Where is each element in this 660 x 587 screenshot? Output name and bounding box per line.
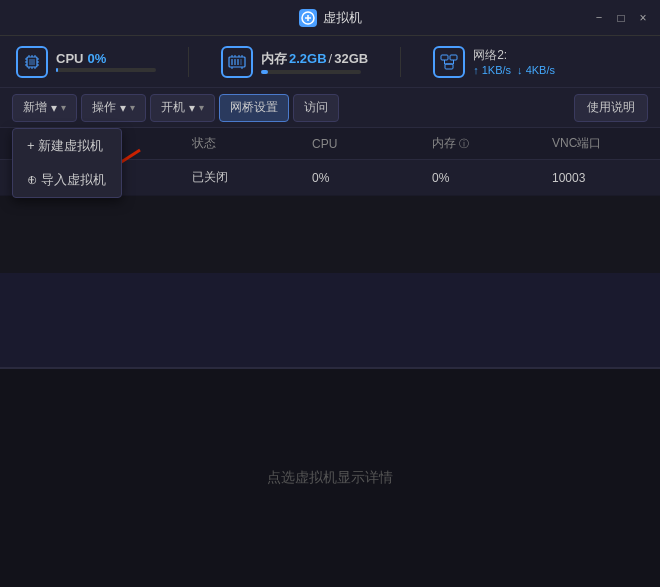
network-label: 网络2: <box>473 47 555 64</box>
new-dropdown-menu: + 新建虚拟机 ⊕ 导入虚拟机 <box>12 128 122 198</box>
cpu-label: CPU <box>56 51 83 66</box>
memory-total: 32GB <box>334 51 368 66</box>
memory-bar-container <box>261 70 361 74</box>
cpu-stat-content: CPU 0% <box>56 51 156 72</box>
bridge-button[interactable]: 网桥设置 <box>219 94 289 122</box>
maximize-button[interactable]: □ <box>612 9 630 27</box>
memory-icon <box>221 46 253 78</box>
memory-stat-content: 内存 2.2GB / 32GB <box>261 50 368 74</box>
vm-vnc-cell: 10003 <box>540 171 660 185</box>
col-vnc: VNC端口 <box>540 135 660 152</box>
app-icon <box>299 9 317 27</box>
svg-rect-16 <box>231 59 233 65</box>
cpu-value: 0% <box>87 51 106 66</box>
network-stat: 网络2: ↑ 1KB/s ↓ 4KB/s <box>433 46 555 78</box>
cpu-stat: CPU 0% <box>16 46 156 78</box>
new-vm-label: + 新建虚拟机 <box>27 137 103 155</box>
detail-panel: 点选虚拟机显示详情 <box>0 367 660 587</box>
svg-rect-27 <box>450 55 457 60</box>
op-button[interactable]: 操作 ▾ <box>81 94 146 122</box>
vm-status-cell: 已关闭 <box>180 169 300 186</box>
app-title-text: 虚拟机 <box>323 9 362 27</box>
window-controls: － □ × <box>590 9 652 27</box>
vm-cpu-cell: 0% <box>300 171 420 185</box>
cpu-bar <box>56 68 58 72</box>
titlebar: 虚拟机 － □ × <box>0 0 660 36</box>
close-button[interactable]: × <box>634 9 652 27</box>
svg-rect-17 <box>234 59 236 65</box>
svg-rect-26 <box>441 55 448 60</box>
import-vm-item[interactable]: ⊕ 导入虚拟机 <box>13 163 121 197</box>
network-upload: ↑ 1KB/s <box>473 64 511 76</box>
memory-label: 内存 <box>261 50 287 68</box>
col-status: 状态 <box>180 135 300 152</box>
new-vm-item[interactable]: + 新建虚拟机 <box>13 129 121 163</box>
cpu-bar-container <box>56 68 156 72</box>
divider-2 <box>400 47 401 77</box>
vm-memory-cell: 0% <box>420 171 540 185</box>
import-vm-label: ⊕ 导入虚拟机 <box>27 171 106 189</box>
minimize-button[interactable]: － <box>590 9 608 27</box>
col-cpu: CPU <box>300 137 420 151</box>
visit-button[interactable]: 访问 <box>293 94 339 122</box>
network-download: ↓ 4KB/s <box>517 64 555 76</box>
stats-bar: CPU 0% <box>0 36 660 88</box>
svg-rect-2 <box>29 59 35 65</box>
network-icon <box>433 46 465 78</box>
svg-rect-28 <box>445 64 453 69</box>
detail-hint: 点选虚拟机显示详情 <box>267 469 393 487</box>
new-button[interactable]: 新增 ▾ <box>12 94 77 122</box>
svg-rect-18 <box>237 59 239 65</box>
memory-used: 2.2GB <box>289 51 327 66</box>
app-title: 虚拟机 <box>299 9 362 27</box>
svg-rect-19 <box>240 59 242 65</box>
memory-separator: / <box>329 51 333 66</box>
cpu-icon <box>16 46 48 78</box>
network-stat-content: 网络2: ↑ 1KB/s ↓ 4KB/s <box>473 47 555 76</box>
memory-stat: 内存 2.2GB / 32GB <box>221 46 368 78</box>
memory-bar <box>261 70 268 74</box>
help-button[interactable]: 使用说明 <box>574 94 648 122</box>
col-memory: 内存 ⓘ <box>420 135 540 152</box>
boot-button[interactable]: 开机 ▾ <box>150 94 215 122</box>
divider-1 <box>188 47 189 77</box>
toolbar: 新增 ▾ 操作 ▾ 开机 ▾ 网桥设置 访问 使用说明 <box>0 88 660 128</box>
